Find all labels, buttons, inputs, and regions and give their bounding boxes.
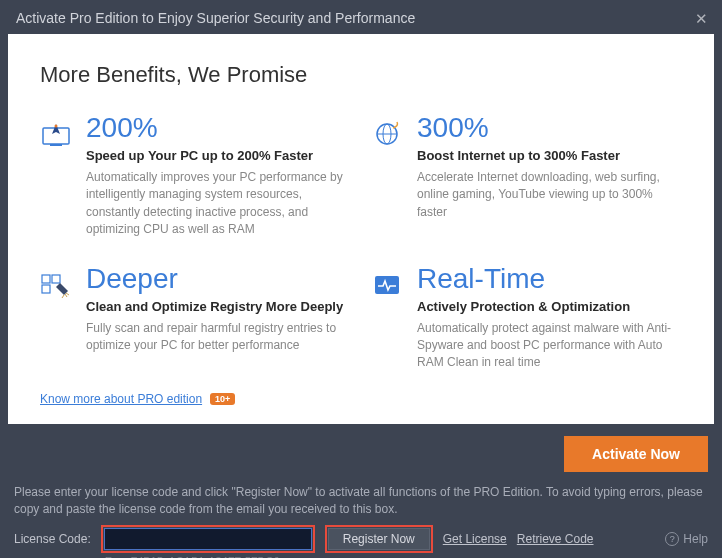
benefit-stat: 300% <box>417 114 682 142</box>
license-section: Please enter your license code and click… <box>0 484 722 558</box>
svg-rect-1 <box>50 144 62 146</box>
close-icon[interactable]: ✕ <box>695 11 708 26</box>
activate-now-button[interactable]: Activate Now <box>564 436 708 472</box>
license-code-input[interactable] <box>104 528 312 550</box>
help-label: Help <box>683 532 708 546</box>
page-title: More Benefits, We Promise <box>40 62 682 88</box>
benefit-desc: Accelerate Internet downloading, web sur… <box>417 169 682 221</box>
know-more-badge: 10+ <box>210 393 235 405</box>
retrieve-code-link[interactable]: Retrieve Code <box>517 532 594 546</box>
license-input-highlight <box>101 525 315 553</box>
benefit-sub: Actively Protection & Optimization <box>417 299 682 314</box>
benefit-desc: Fully scan and repair harmful registry e… <box>86 320 351 355</box>
know-more-link[interactable]: Know more about PRO edition <box>40 392 202 406</box>
benefit-stat: Deeper <box>86 265 351 293</box>
license-label: License Code: <box>14 532 91 546</box>
benefit-internet: 300% Boost Internet up to 300% Faster Ac… <box>371 114 682 239</box>
benefit-stat: 200% <box>86 114 351 142</box>
benefit-desc: Automatically improves your PC performan… <box>86 169 351 239</box>
title-bar: Activate Pro Edition to Enjoy Superior S… <box>0 0 722 34</box>
benefit-sub: Clean and Optimize Registry More Deeply <box>86 299 351 314</box>
benefits-grid: 200% Speed up Your PC up to 200% Faster … <box>40 114 682 372</box>
benefit-content: 300% Boost Internet up to 300% Faster Ac… <box>417 114 682 239</box>
benefit-speed: 200% Speed up Your PC up to 200% Faster … <box>40 114 351 239</box>
registry-clean-icon <box>40 271 74 299</box>
benefit-stat: Real-Time <box>417 265 682 293</box>
benefit-content: Real-Time Actively Protection & Optimiza… <box>417 265 682 372</box>
help-icon: ? <box>665 532 679 546</box>
activation-window: Activate Pro Edition to Enjoy Superior S… <box>0 0 722 558</box>
benefit-deeper: Deeper Clean and Optimize Registry More … <box>40 265 351 372</box>
svg-rect-8 <box>42 285 50 293</box>
benefit-realtime: Real-Time Actively Protection & Optimiza… <box>371 265 682 372</box>
svg-rect-6 <box>42 275 50 283</box>
know-more-row: Know more about PRO edition 10+ <box>40 372 682 406</box>
rocket-icon <box>40 120 74 148</box>
globe-icon <box>371 120 405 148</box>
benefit-sub: Speed up Your PC up to 200% Faster <box>86 148 351 163</box>
get-license-link[interactable]: Get License <box>443 532 507 546</box>
activate-row: Activate Now <box>0 424 722 484</box>
help-link[interactable]: ? Help <box>665 532 708 546</box>
svg-rect-7 <box>52 275 60 283</box>
benefit-desc: Automatically protect against malware wi… <box>417 320 682 372</box>
svg-point-2 <box>55 125 58 128</box>
benefit-content: Deeper Clean and Optimize Registry More … <box>86 265 351 372</box>
content-panel: More Benefits, We Promise 200% Speed up … <box>8 34 714 424</box>
window-title: Activate Pro Edition to Enjoy Superior S… <box>16 10 415 26</box>
benefit-sub: Boost Internet up to 300% Faster <box>417 148 682 163</box>
monitor-pulse-icon <box>371 271 405 299</box>
license-instruction: Please enter your license code and click… <box>14 484 708 518</box>
license-row: License Code: Register Now Get License R… <box>14 525 708 553</box>
benefit-content: 200% Speed up Your PC up to 200% Faster … <box>86 114 351 239</box>
register-now-button[interactable]: Register Now <box>328 528 430 550</box>
register-button-highlight: Register Now <box>325 525 433 553</box>
